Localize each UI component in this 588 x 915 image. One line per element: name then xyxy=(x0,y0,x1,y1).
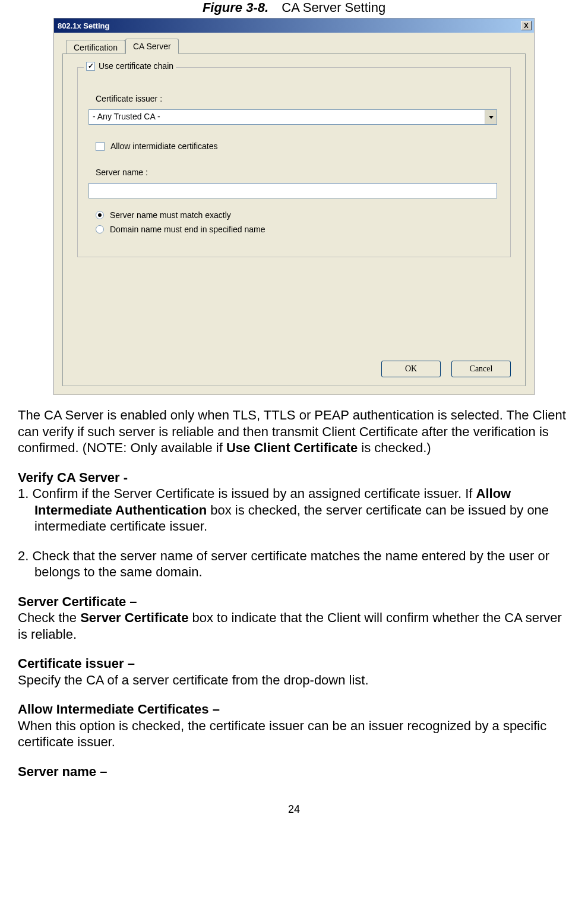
tab-label: CA Server xyxy=(133,42,171,51)
step-1: 1. Confirm if the Server Certificate is … xyxy=(18,485,570,535)
text-bold: Use Client Certificate xyxy=(226,440,358,455)
verify-steps: 1. Confirm if the Server Certificate is … xyxy=(18,485,570,580)
radio-row-exact: Server name must match exactly xyxy=(96,210,500,220)
document-text: The CA Server is enabled only when TLS, … xyxy=(18,407,570,780)
titlebar: 802.1x Setting X xyxy=(54,18,534,33)
verify-heading: Verify CA Server - xyxy=(18,469,570,486)
cancel-button[interactable]: Cancel xyxy=(451,361,511,377)
tab-label: Certification xyxy=(74,43,118,52)
intro-paragraph: The CA Server is enabled only when TLS, … xyxy=(18,407,570,456)
allow-intermediate-label: Allow intermidiate certificates xyxy=(110,141,218,151)
text-bold: Server Certificate xyxy=(80,610,188,625)
figure-number: Figure 3-8. xyxy=(203,0,268,15)
button-row: OK Cancel xyxy=(381,361,511,377)
radio-match-exactly-label: Server name must match exactly xyxy=(110,210,231,220)
certificate-issuer-heading: Certificate issuer – xyxy=(18,655,570,672)
certificate-issuer-body: Specify the CA of a server certificate f… xyxy=(18,672,570,689)
server-name-label: Server name : xyxy=(96,168,500,177)
radio-domain-ends-label: Domain name must end in specified name xyxy=(110,225,265,234)
dialog-title: 802.1x Setting xyxy=(56,21,109,30)
allow-intermediate-body: When this option is checked, the certifi… xyxy=(18,718,570,750)
server-certificate-heading: Server Certificate – xyxy=(18,594,570,610)
dialog-802-1x-setting: 802.1x Setting X Certification CA Server… xyxy=(53,18,535,395)
tab-panel-ca-server: Use certificate chain Certificate issuer… xyxy=(62,53,526,386)
allow-intermediate-heading: Allow Intermediate Certificates – xyxy=(18,701,570,718)
certificate-issuer-value: - Any Trusted CA - xyxy=(89,110,485,124)
figure-caption: Figure 3-8. CA Server Setting xyxy=(18,0,570,15)
ok-button[interactable]: OK xyxy=(381,361,441,377)
text: is checked.) xyxy=(358,440,431,455)
chevron-down-icon[interactable] xyxy=(485,110,497,124)
server-name-heading: Server name – xyxy=(18,763,570,780)
text: Check the xyxy=(18,610,80,625)
server-certificate-body: Check the Server Certificate box to indi… xyxy=(18,610,570,642)
tab-ca-server[interactable]: CA Server xyxy=(125,39,179,54)
step-2: 2. Check that the server name of server … xyxy=(18,548,570,580)
allow-intermediate-checkbox[interactable] xyxy=(96,142,105,151)
radio-row-domain: Domain name must end in specified name xyxy=(96,225,500,234)
figure-title: CA Server Setting xyxy=(282,0,385,15)
certificate-issuer-label: Certificate issuer : xyxy=(96,94,500,103)
page-number: 24 xyxy=(18,803,570,816)
use-certificate-chain-checkbox[interactable] xyxy=(86,62,95,71)
radio-domain-ends[interactable] xyxy=(96,225,104,234)
close-icon: X xyxy=(524,22,528,29)
server-name-input[interactable] xyxy=(88,183,497,198)
allow-intermediate-row: Allow intermidiate certificates xyxy=(96,141,500,151)
certificate-issuer-dropdown[interactable]: - Any Trusted CA - xyxy=(88,109,497,125)
dialog-body: Certification CA Server Use certificate … xyxy=(54,33,534,395)
use-certificate-chain-label: Use certificate chain xyxy=(99,61,173,71)
text: 1. Confirm if the Server Certificate is … xyxy=(18,486,476,501)
tab-row: Certification CA Server xyxy=(66,39,526,54)
groupbox-certificate-chain: Use certificate chain Certificate issuer… xyxy=(77,67,511,257)
close-button[interactable]: X xyxy=(521,21,532,30)
ok-label: OK xyxy=(405,364,417,373)
cancel-label: Cancel xyxy=(470,364,493,373)
radio-match-exactly[interactable] xyxy=(96,211,104,219)
group-legend: Use certificate chain xyxy=(84,61,176,71)
